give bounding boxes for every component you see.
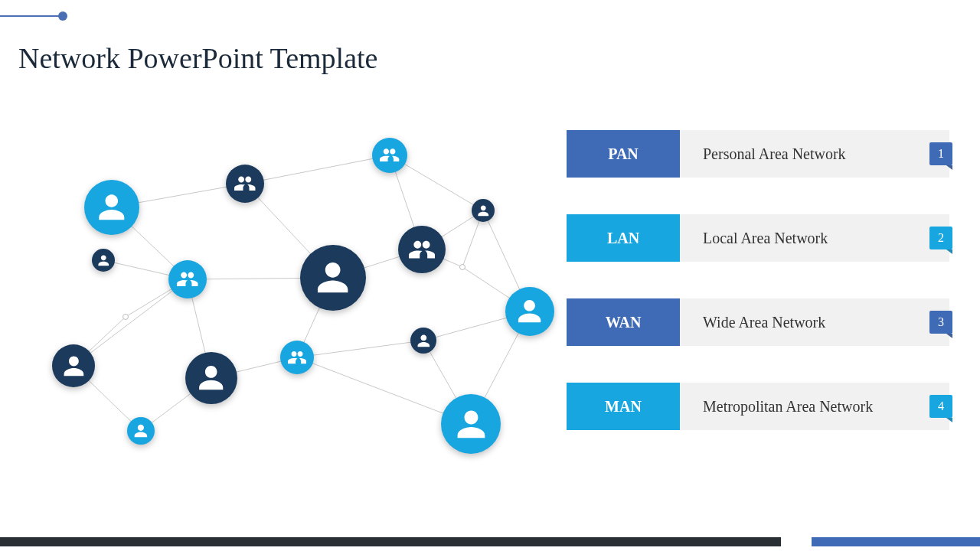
people-node-icon: [280, 341, 314, 374]
person-node-icon: [84, 180, 139, 235]
people-node-icon: [398, 226, 446, 273]
item-number: 1: [929, 142, 952, 165]
person-node-icon: [127, 417, 155, 445]
item-label: Wide Area Network: [680, 298, 949, 346]
list-item: LAN Local Area Network 2: [567, 214, 949, 262]
item-label: Metropolitan Area Network: [680, 383, 949, 430]
person-node-icon: [441, 394, 501, 454]
svg-line-1: [245, 155, 390, 184]
slide-title: Network PowerPoint Template: [18, 41, 377, 75]
abbr-badge: LAN: [567, 214, 680, 262]
people-node-icon: [168, 260, 207, 298]
graph-junction-dot: [122, 314, 129, 320]
person-node-icon: [505, 287, 554, 336]
footer-bar-dark: [0, 537, 781, 546]
footer-bar-blue: [812, 537, 980, 546]
list-item: PAN Personal Area Network 1: [567, 130, 949, 178]
abbr-badge: MAN: [567, 383, 680, 430]
network-graph: [15, 115, 551, 467]
item-label: Local Area Network: [680, 214, 949, 262]
list-item: MAN Metropolitan Area Network 4: [567, 383, 949, 430]
accent-dot: [58, 11, 67, 21]
graph-junction-dot: [459, 264, 466, 270]
svg-line-17: [297, 341, 423, 357]
abbr-badge: PAN: [567, 130, 680, 178]
person-node-icon: [410, 328, 436, 354]
network-type-list: PAN Personal Area Network 1 LAN Local Ar…: [567, 130, 949, 467]
item-number: 3: [929, 311, 952, 334]
item-label: Personal Area Network: [680, 130, 949, 178]
list-item: WAN Wide Area Network 3: [567, 298, 949, 346]
item-number: 2: [929, 227, 952, 249]
abbr-badge: WAN: [567, 298, 680, 346]
accent-line: [0, 15, 61, 17]
person-node-icon: [185, 352, 237, 404]
person-node-icon: [52, 344, 95, 387]
person-node-icon: [92, 249, 115, 272]
person-node-icon: [472, 199, 495, 222]
people-node-icon: [372, 138, 407, 173]
person-node-icon: [300, 245, 366, 311]
item-number: 4: [929, 395, 952, 418]
people-node-icon: [226, 165, 264, 203]
